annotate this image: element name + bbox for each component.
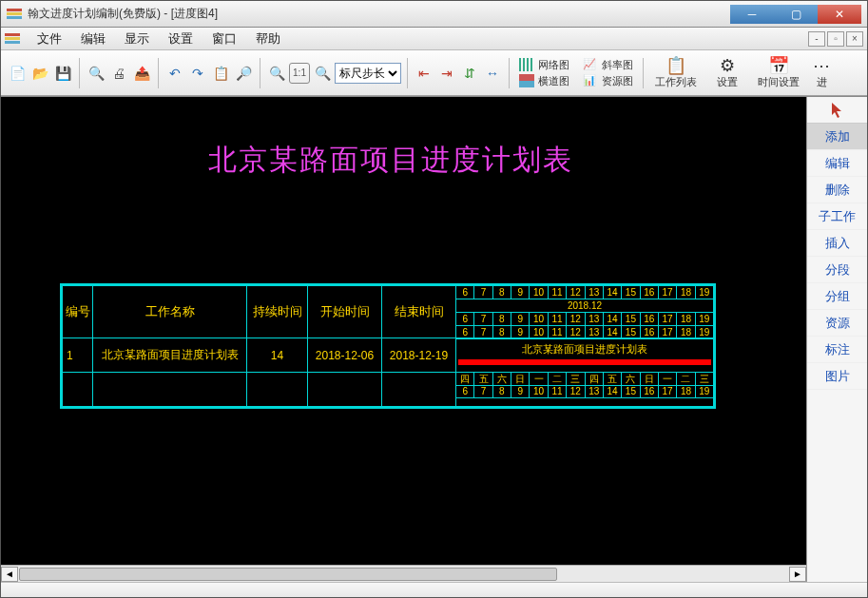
timeline-tick: 6 (456, 385, 474, 398)
timeline-tick: 17 (659, 313, 677, 326)
zoom-out-icon[interactable]: 🔍 (266, 63, 287, 84)
timeline-tick: 11 (549, 326, 567, 339)
redo-icon[interactable]: ↷ (187, 63, 208, 84)
new-icon[interactable]: 📄 (7, 63, 28, 84)
shift-left-icon[interactable]: ⇤ (414, 63, 434, 84)
timeline-tick: 8 (493, 313, 511, 326)
scroll-thumb[interactable] (19, 568, 557, 581)
scroll-right-button[interactable]: ► (789, 567, 806, 582)
timeline-tick: 9 (511, 313, 530, 326)
settings-button[interactable]: ⚙设置 (704, 54, 750, 91)
timeline-tick: 五 (604, 373, 622, 386)
doc-icon (5, 33, 20, 45)
timeline-tick: 16 (641, 313, 659, 326)
cross-view-button[interactable]: 横道图 (515, 74, 573, 88)
worklist-button[interactable]: 📋工作列表 (649, 54, 703, 91)
timeline-tick: 14 (604, 313, 622, 326)
cell-start[interactable]: 2018-12-06 (308, 338, 381, 373)
timeline-tick: 12 (567, 385, 585, 398)
side-item-image[interactable]: 图片 (807, 363, 867, 390)
find-icon[interactable]: 🔎 (233, 63, 254, 84)
mdi-minimize-button[interactable]: - (808, 31, 825, 47)
undo-icon[interactable]: ↶ (164, 63, 185, 84)
align-icon[interactable]: ⇵ (459, 63, 480, 84)
more-button[interactable]: ⋯进 (807, 54, 836, 91)
cell-end[interactable]: 2018-12-19 (382, 338, 455, 373)
timeline-tick: 15 (622, 326, 640, 339)
canvas-scroll[interactable]: 北京某路面项目进度计划表 编号 1 工作名称 (1, 97, 806, 565)
slope-view-button[interactable]: 📈斜率图 (579, 58, 637, 72)
timeline-tick: 11 (549, 313, 567, 326)
zoom-11-icon[interactable]: 1:1 (289, 63, 310, 84)
menu-settings[interactable]: 设置 (159, 29, 203, 49)
workspace: 北京某路面项目进度计划表 编号 1 工作名称 (1, 96, 867, 582)
timeline-tick: 14 (604, 385, 622, 398)
scroll-left-button[interactable]: ◄ (1, 567, 18, 582)
resource-view-button[interactable]: 📊资源图 (579, 74, 637, 88)
gantt-bar[interactable] (458, 359, 711, 365)
mdi-restore-button[interactable]: ▫ (827, 31, 844, 47)
shift-right-icon[interactable]: ⇥ (436, 63, 457, 84)
zoom-in-icon[interactable]: 🔍 (312, 63, 333, 84)
copy-icon[interactable]: 📋 (210, 63, 231, 84)
menubar: 文件 编辑 显示 设置 窗口 帮助 - ▫ × (1, 28, 867, 50)
side-item-delete[interactable]: 删除 (807, 177, 867, 203)
horizontal-scrollbar[interactable]: ◄ ► (1, 565, 806, 582)
cursor-tool-icon[interactable] (807, 97, 867, 124)
net-view-button[interactable]: 网络图 (515, 58, 573, 72)
side-item-sub[interactable]: 子工作 (807, 203, 867, 230)
side-item-insert[interactable]: 插入 (807, 230, 867, 257)
timeline-tick: 六 (622, 373, 640, 386)
timeline-footer: 四五六日一二三四五六日一二三 678910111213141516171819 (456, 373, 713, 406)
side-item-add[interactable]: 添加 (807, 124, 867, 150)
cell-duration[interactable]: 14 (247, 338, 307, 373)
timeline-tick: 日 (641, 373, 659, 386)
timeline-tick: 12 (567, 286, 585, 299)
ruler-step-select[interactable]: 标尺步长 (335, 63, 401, 84)
menu-view[interactable]: 显示 (115, 29, 159, 49)
statusbar (1, 582, 867, 597)
side-item-edit[interactable]: 编辑 (807, 150, 867, 177)
center-icon[interactable]: ↔ (482, 63, 503, 84)
timeline-tick: 7 (474, 385, 492, 398)
timeline-tick: 6 (456, 313, 474, 326)
side-item-group[interactable]: 分组 (807, 283, 867, 310)
gantt-canvas: 北京某路面项目进度计划表 编号 1 工作名称 (1, 97, 781, 565)
timeline-tick: 15 (622, 313, 640, 326)
col-header-idx: 编号 (63, 286, 92, 338)
minimize-button[interactable]: ─ (730, 5, 774, 24)
col-header-start: 开始时间 (308, 286, 381, 338)
mdi-close-button[interactable]: × (846, 31, 863, 47)
timeline-tick: 14 (604, 326, 622, 339)
print-icon[interactable]: 🖨 (108, 63, 129, 84)
gantt-bar-row[interactable]: 北京某路面项目进度计划表 (456, 338, 713, 373)
side-panel: 添加 编辑 删除 子工作 插入 分段 分组 资源 标注 图片 (806, 97, 867, 582)
menu-edit[interactable]: 编辑 (71, 29, 115, 49)
timeline-tick: 19 (696, 326, 713, 339)
timeline-tick: 8 (493, 385, 511, 398)
menu-file[interactable]: 文件 (28, 29, 71, 49)
timeline-tick: 6 (456, 326, 474, 339)
timeline-tick: 18 (677, 313, 695, 326)
cell-idx[interactable]: 1 (63, 338, 92, 373)
maximize-button[interactable]: ▢ (774, 5, 818, 24)
timeline-tick: 7 (474, 326, 492, 339)
view-mode-group: 网络图 横道图 (515, 58, 573, 88)
close-button[interactable]: ✕ (818, 5, 861, 24)
side-item-annotate[interactable]: 标注 (807, 337, 867, 363)
export-icon[interactable]: 📤 (131, 63, 152, 84)
time-settings-button[interactable]: 📅时间设置 (752, 54, 805, 91)
side-item-segment[interactable]: 分段 (807, 257, 867, 283)
menu-help[interactable]: 帮助 (246, 29, 290, 49)
side-item-resource[interactable]: 资源 (807, 310, 867, 337)
timeline-tick: 一 (659, 373, 677, 386)
timeline-tick: 6 (456, 286, 474, 299)
timeline-tick: 17 (659, 286, 677, 299)
app-icon (7, 9, 22, 20)
cell-name[interactable]: 北京某路面项目进度计划表 (93, 338, 246, 373)
timeline-tick: 二 (549, 373, 567, 386)
open-icon[interactable]: 📂 (29, 63, 50, 84)
menu-window[interactable]: 窗口 (203, 29, 246, 49)
save-icon[interactable]: 💾 (52, 63, 73, 84)
preview-icon[interactable]: 🔍 (86, 63, 106, 84)
